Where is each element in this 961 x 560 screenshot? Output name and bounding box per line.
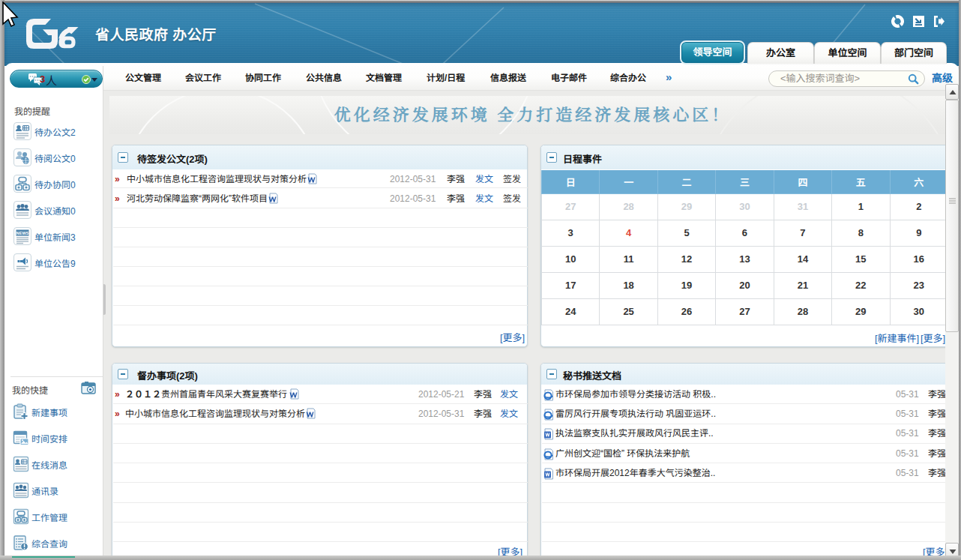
svg-text:NEWS: NEWS: [16, 231, 29, 235]
